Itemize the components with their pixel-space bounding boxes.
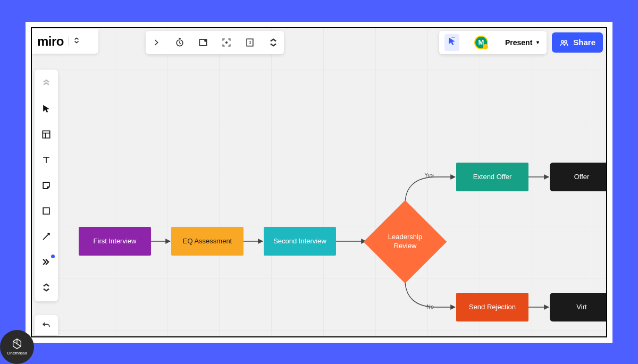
present-button[interactable]: Present ▾	[503, 38, 541, 47]
select-tool-icon[interactable]	[40, 103, 53, 115]
node-label: Second Interview	[273, 237, 326, 245]
breadcrumb-forward-icon[interactable]	[150, 36, 163, 49]
svg-text:3: 3	[249, 40, 251, 45]
node-send-rejection[interactable]: Send Rejection	[456, 293, 528, 321]
template-tool-icon[interactable]	[40, 128, 53, 141]
line-tool-icon[interactable]	[40, 230, 53, 243]
node-label: EQ Assessment	[183, 237, 232, 245]
node-second-interview[interactable]: Second Interview	[264, 227, 336, 256]
node-label: First Interview	[94, 237, 137, 245]
more-tools-icon[interactable]	[40, 256, 53, 268]
top-toolbar: 3	[146, 31, 284, 54]
app-logo[interactable]: miro	[37, 34, 64, 49]
node-label: Send Rejection	[469, 303, 516, 311]
node-label: Offer	[574, 173, 590, 181]
present-label: Present	[505, 38, 532, 47]
undo-button[interactable]	[35, 315, 58, 335]
present-caret-icon: ▾	[536, 39, 539, 45]
node-offer[interactable]: Offer	[550, 163, 607, 191]
expand-chevron-icon[interactable]	[40, 281, 53, 294]
watermark-badge: Onethread	[0, 330, 34, 364]
node-extend-offer[interactable]: Extend Offer	[456, 163, 528, 191]
toolbar-more-chevron-icon[interactable]	[267, 36, 280, 49]
app-logo-block: miro	[32, 29, 98, 54]
node-label: Extend Offer	[473, 173, 512, 181]
node-leadership-review[interactable]: LeadershipReview	[364, 200, 447, 283]
svg-point-10	[565, 40, 567, 43]
node-label: Virt	[576, 303, 586, 311]
edge-label-yes: Yes	[424, 172, 434, 178]
svg-rect-11	[43, 131, 49, 138]
shape-tool-icon[interactable]	[40, 205, 53, 217]
share-label: Share	[573, 38, 595, 47]
svg-rect-12	[43, 208, 49, 214]
board-canvas[interactable]: miro 3	[31, 27, 607, 337]
share-button[interactable]: Share	[552, 32, 603, 53]
node-virt[interactable]: Virt	[550, 293, 607, 321]
svg-point-3	[226, 41, 228, 43]
text-tool-icon[interactable]	[40, 154, 53, 166]
frame-dot-icon[interactable]	[197, 36, 209, 49]
sticky-note-tool-icon[interactable]	[40, 179, 53, 192]
focus-frame-icon[interactable]	[220, 36, 233, 49]
node-first-interview[interactable]: First Interview	[79, 227, 151, 256]
watermark-label: Onethread	[7, 351, 27, 355]
svg-point-2	[205, 40, 206, 41]
cursor-mode-icon[interactable]	[444, 34, 459, 51]
avatar[interactable]: M	[474, 36, 488, 49]
slide-3-icon[interactable]: 3	[244, 36, 256, 49]
divider	[68, 37, 69, 46]
edge-label-no: No	[426, 303, 434, 310]
left-toolbar	[35, 70, 58, 301]
timer-icon[interactable]	[173, 36, 186, 49]
right-toolbar: M Present ▾ Share	[439, 31, 603, 54]
node-label: LeadershipReview	[388, 233, 422, 251]
node-eq-assessment[interactable]: EQ Assessment	[171, 227, 244, 256]
svg-point-9	[561, 40, 564, 43]
board-menu-chevron-icon[interactable]	[73, 37, 80, 46]
avatar-initial: M	[478, 38, 484, 46]
collapse-icon[interactable]	[40, 77, 53, 90]
